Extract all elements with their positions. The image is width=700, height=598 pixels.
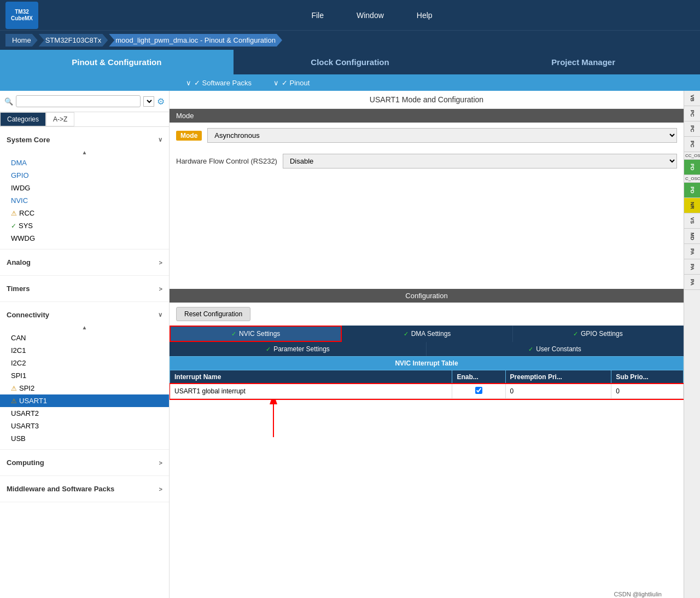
sidebar-item-rcc[interactable]: ⚠ RCC [0, 207, 169, 219]
sidebar-section-computing-header[interactable]: Computing > [0, 454, 169, 471]
sidebar-item-spi2-label: SPI2 [19, 384, 34, 392]
sub-tab-software-packs[interactable]: ∨ ✓ Software Packs [175, 74, 262, 91]
sidebar-section-middleware: Middleware and Software Packs > [0, 476, 169, 502]
mode-select[interactable]: Asynchronous [207, 128, 677, 143]
mode-label: Mode [176, 131, 202, 141]
sidebar-item-dma[interactable]: DMA [0, 156, 169, 169]
sidebar-item-usb[interactable]: USB [0, 432, 169, 445]
sidebar-section-computing: Computing > [0, 450, 169, 476]
tab-pinout-config[interactable]: Pinout & Configuration [0, 50, 234, 74]
chevron-right-icon-analog: > [159, 259, 162, 266]
sub-tab-pinout[interactable]: ∨ ✓ Pinout [262, 74, 320, 91]
settings-tabs-row1: ✓ NVIC Settings ✓ DMA Settings ✓ GPIO Se… [170, 326, 684, 342]
tab-nvic-settings[interactable]: ✓ NVIC Settings [170, 326, 342, 342]
tab-project-manager[interactable]: Project Manager [466, 50, 700, 74]
tab-bar: Pinout & Configuration Clock Configurati… [0, 50, 700, 74]
tab-user-constants[interactable]: ✓ User Constants [427, 342, 684, 356]
menu-window[interactable]: Window [357, 11, 384, 20]
gear-icon[interactable]: ⚙ [157, 96, 165, 107]
sidebar: 🔍 ⚙ Categories A->Z System Core ∨ ▲ DMA … [0, 91, 170, 598]
chevron-right-icon-middleware: > [159, 486, 162, 492]
sidebar-item-i2c2[interactable]: I2C2 [0, 357, 169, 369]
sidebar-section-analog-header[interactable]: Analog > [0, 254, 169, 271]
tab-clock-config[interactable]: Clock Configuration [234, 50, 467, 74]
warning-icon-spi2: ⚠ [11, 385, 17, 392]
sub-tab-software-packs-arrow: ∨ [186, 79, 191, 87]
sidebar-tab-az[interactable]: A->Z [46, 112, 74, 126]
chevron-right-icon-computing: > [159, 460, 162, 466]
sub-tab-bar: ∨ ✓ Software Packs ∨ ✓ Pinout [0, 74, 700, 91]
content-area: USART1 Mode and Configuration Mode Mode … [170, 91, 684, 598]
sidebar-item-nvic[interactable]: NVIC [0, 194, 169, 207]
top-bar: TM32 CubeMX File Window Help [0, 0, 700, 30]
nvic-preemption-cell: 0 [505, 384, 611, 399]
sidebar-section-system-core-header[interactable]: System Core ∨ [0, 131, 169, 148]
sidebar-item-wwdg[interactable]: WWDG [0, 232, 169, 245]
sidebar-search-bar: 🔍 ⚙ [0, 91, 169, 112]
right-panel-nr: NR [684, 198, 700, 213]
sidebar-item-rcc-label: RCC [19, 209, 34, 217]
tab-gpio-settings[interactable]: ✓ GPIO Settings [513, 326, 684, 342]
nvic-row-usart1: USART1 global interrupt 0 0 [170, 384, 684, 399]
arrow-annotation [257, 399, 290, 443]
sidebar-item-usart1[interactable]: ⚠ USART1 [0, 394, 169, 407]
sidebar-item-spi2[interactable]: ⚠ SPI2 [0, 382, 169, 394]
tab-parameter-settings[interactable]: ✓ Parameter Settings [170, 342, 427, 356]
nvic-col-enabled: Enab... [452, 370, 505, 384]
right-panel-vs: VS [684, 213, 700, 229]
sidebar-section-timers-header[interactable]: Timers > [0, 280, 169, 297]
sidebar-tab-categories[interactable]: Categories [0, 112, 46, 126]
mode-row: Mode Asynchronous [170, 123, 684, 148]
sub-tab-pinout-label: ✓ Pinout [282, 79, 310, 87]
breadcrumb-device[interactable]: STM32F103C8Tx [39, 34, 108, 47]
sidebar-section-timers-label: Timers [7, 285, 30, 293]
watermark: CSDN @lightliulin [614, 591, 662, 597]
breadcrumb: Home STM32F103C8Tx mood_light_pwm_dma.io… [0, 30, 700, 50]
sidebar-item-usart2[interactable]: USART2 [0, 407, 169, 420]
right-panel-pa1: PA [684, 244, 700, 259]
menu-file[interactable]: File [311, 11, 324, 20]
search-input[interactable] [16, 95, 141, 107]
nvic-col-preemption: Preemption Pri... [505, 370, 611, 384]
hw-flow-label: Hardware Flow Control (RS232) [176, 157, 277, 165]
menu-help[interactable]: Help [417, 11, 433, 20]
sidebar-item-spi1[interactable]: SPI1 [0, 369, 169, 382]
tab-dma-settings[interactable]: ✓ DMA Settings [342, 326, 512, 342]
sidebar-item-i2c1[interactable]: I2C1 [0, 344, 169, 357]
nvic-enabled-checkbox[interactable] [475, 387, 482, 394]
chevron-down-icon-connectivity: ∨ [158, 311, 162, 318]
sidebar-item-can[interactable]: CAN [0, 332, 169, 344]
nvic-check-icon: ✓ [231, 330, 236, 338]
chevron-right-icon-timers: > [159, 286, 162, 292]
config-section: Configuration Reset Configuration ✓ NVIC… [170, 289, 684, 443]
sidebar-item-sys[interactable]: ✓ SYS [0, 219, 169, 232]
sub-tab-pinout-arrow: ∨ [273, 79, 279, 87]
search-dropdown[interactable] [143, 96, 154, 107]
sidebar-section-middleware-label: Middleware and Software Packs [7, 485, 114, 493]
annotation-area [170, 399, 684, 443]
chevron-down-icon: ∨ [158, 136, 162, 143]
right-panel-pd2: PD [684, 183, 700, 198]
sidebar-section-middleware-header[interactable]: Middleware and Software Packs > [0, 480, 169, 497]
scroll-up-btn[interactable]: ▲ [0, 148, 169, 156]
right-panel-md: MD [684, 229, 700, 244]
mode-spacer [170, 174, 684, 283]
sidebar-item-usart3[interactable]: USART3 [0, 420, 169, 432]
hw-flow-select[interactable]: Disable [283, 154, 677, 169]
sidebar-section-connectivity-header[interactable]: Connectivity ∨ [0, 306, 169, 323]
dma-check-icon: ✓ [404, 330, 409, 338]
right-panel-pc2: PC [684, 121, 700, 137]
reset-config-button[interactable]: Reset Configuration [176, 307, 250, 321]
nvic-col-name: Interrupt Name [170, 370, 452, 384]
sidebar-item-iwdg[interactable]: IWDG [0, 182, 169, 194]
breadcrumb-file[interactable]: mood_light_pwm_dma.ioc - Pinout & Config… [109, 34, 282, 47]
tab-dma-label: DMA Settings [411, 330, 451, 338]
tab-nvic-label: NVIC Settings [239, 330, 280, 338]
sidebar-section-analog: Analog > [0, 249, 169, 276]
sub-tab-software-packs-label: ✓ Software Packs [194, 79, 252, 87]
scroll-up-btn-connectivity[interactable]: ▲ [0, 323, 169, 332]
sidebar-item-gpio[interactable]: GPIO [0, 169, 169, 182]
check-icon-sys: ✓ [11, 222, 16, 230]
right-panel-pa3: PA [684, 275, 700, 290]
breadcrumb-home[interactable]: Home [5, 34, 38, 47]
